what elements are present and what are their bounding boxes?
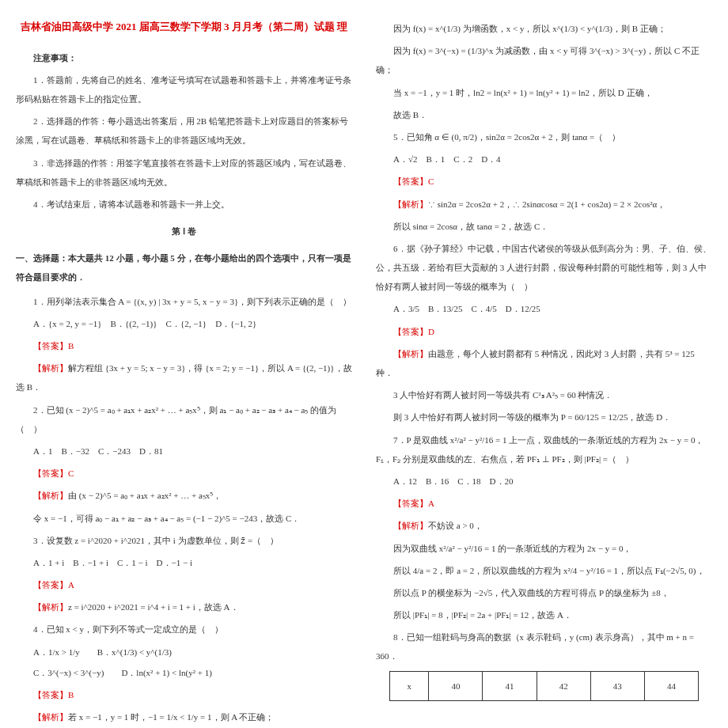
- q2-stem: 2．已知 (x − 2)^5 = a₀ + a₁x + a₂x² + … + a…: [16, 400, 352, 438]
- q6-stem: 6．据《孙子算经》中记载，中国古代诸侯的等级从低到高分为：男、子、伯、侯、公，共…: [376, 239, 712, 297]
- notice-heading: 注意事项：: [16, 48, 352, 67]
- q2-exp-text-1: 由 (x − 2)^5 = a₀ + a₁x + a₂x² + … + a₅x⁵…: [68, 491, 222, 500]
- q4-stem: 4．已知 x < y，则下列不等式一定成立的是（ ）: [16, 620, 352, 639]
- cell-40: 40: [429, 671, 483, 700]
- q8-stem: 8．已知一组鞋码与身高的数据（x 表示鞋码，y (cm) 表示身高），其中 m …: [376, 628, 712, 665]
- q4-opts-2: C．3^(−x) < 3^(−y) D．ln(x² + 1) < ln(y² +…: [16, 663, 352, 682]
- q7-explain-3: 所以 4/a = 2，即 a = 2，所以双曲线的方程为 x²/4 − y²/1…: [376, 561, 712, 580]
- q2-answer: 【答案】C: [16, 464, 352, 483]
- section-a-heading: 一、选择题：本大题共 12 小题，每小题 5 分，在每小题给出的四个选项中，只有…: [16, 248, 352, 286]
- q7-exp-text-1: 不妨设 a > 0，: [428, 521, 483, 530]
- cell-x: x: [390, 671, 429, 700]
- notice-1: 1．答题前，先将自己的姓名、准考证号填写在试题卷和答题卡上，并将准考证号条形码粘…: [16, 70, 352, 108]
- q7-opts: A．12 B．16 C．18 D．20: [376, 472, 712, 491]
- cell-42: 42: [537, 671, 590, 700]
- q3-explain: 【解析】z = i^2020 + i^2021 = i^4 + i = 1 + …: [16, 597, 352, 616]
- q3-answer: 【答案】A: [16, 575, 352, 594]
- notice-4: 4．考试结束后，请将本试题卷和答题卡一并上交。: [16, 195, 352, 214]
- q4-explain: 【解析】若 x = −1，y = 1 时，−1 = 1/x < 1/y = 1，…: [16, 707, 352, 726]
- q5-stem: 5．已知角 α ∈ (0, π/2)，sin2α = 2cos2α + 2，则 …: [376, 127, 712, 146]
- q4-cont-3: 当 x = −1，y = 1 时，ln2 = ln(x² + 1) = ln(y…: [376, 83, 712, 102]
- q5-explain-2: 所以 sinα = 2cosα，故 tanα = 2，故选 C．: [376, 217, 712, 236]
- q4-opts-1: A．1/x > 1/y B．x^(1/3) < y^(1/3): [16, 643, 352, 662]
- cell-44: 44: [644, 671, 698, 700]
- q1-explain: 【解析】解方程组 {3x + y = 5; x − y = 3}，得 {x = …: [16, 358, 352, 396]
- q5-opts: A．√2 B．1 C．2 D．4: [376, 150, 712, 169]
- q2-explain-2: 令 x = −1，可得 a₀ − a₁ + a₂ − a₃ + a₄ − a₅ …: [16, 509, 352, 528]
- q1-answer: 【答案】B: [16, 336, 352, 355]
- q4-cont-2: 因为 f(x) = 3^(−x) = (1/3)^x 为减函数，由 x < y …: [376, 41, 712, 79]
- q7-answer: 【答案】A: [376, 494, 712, 513]
- q7-stem: 7．P 是双曲线 x²/a² − y²/16 = 1 上一点，双曲线的一条渐近线…: [376, 430, 712, 468]
- q1-opts: A．{x = 2, y = −1} B．{(2, −1)} C．{2, −1} …: [16, 314, 352, 333]
- q5-answer: 【答案】C: [376, 172, 712, 191]
- q6-explain-2: 3 人中恰好有两人被封同一等级共有 C²₃ A²₅ = 60 种情况．: [376, 385, 712, 404]
- q7-explain-4: 所以点 P 的横坐标为 −2√5，代入双曲线的方程可得点 P 的纵坐标为 ±8，: [376, 583, 712, 602]
- q7-explain-1: 【解析】不妨设 a > 0，: [376, 516, 712, 535]
- q4-exp-text: 若 x = −1，y = 1 时，−1 = 1/x < 1/y = 1，则 A …: [68, 712, 274, 722]
- q6-explain-3: 则 3 人中恰好有两人被封同一等级的概率为 P = 60/125 = 12/25…: [376, 408, 712, 427]
- q1-stem: 1．用列举法表示集合 A = {(x, y) | 3x + y = 5, x −…: [16, 292, 352, 311]
- table-row: x 40 41 42 43 44: [390, 671, 699, 700]
- q7-explain-2: 因为双曲线 x²/a² − y²/16 = 1 的一条渐近线的方程为 2x − …: [376, 539, 712, 558]
- q5-explain-1: 【解析】∵ sin2α = 2cos2α + 2，∴ 2sinαcosα = 2…: [376, 195, 712, 214]
- q2-opts: A．1 B．−32 C．−243 D．81: [16, 442, 352, 461]
- q2-explain-1: 【解析】由 (x − 2)^5 = a₀ + a₁x + a₂x² + … + …: [16, 486, 352, 505]
- cell-41: 41: [483, 671, 537, 700]
- exam-title: 吉林省油田高级中学 2021 届高三数学下学期 3 月月考（第二周）试题 理: [16, 16, 352, 39]
- notice-2: 2．选择题的作答：每小题选出答案后，用 2B 铅笔把答题卡上对应题目的答案标号涂…: [16, 112, 352, 150]
- q6-answer: 【答案】D: [376, 322, 712, 341]
- q4-cont-4: 故选 B．: [376, 105, 712, 124]
- q7-explain-5: 所以 |PF₁| = 8，|PF₂| = 2a + |PF₁| = 12，故选 …: [376, 605, 712, 624]
- part1-label: 第 Ⅰ 卷: [16, 222, 352, 241]
- cell-43: 43: [590, 671, 644, 700]
- q8-table: x 40 41 42 43 44: [389, 671, 699, 701]
- q3-stem: 3．设复数 z = i^2020 + i^2021，其中 i 为虚数单位，则 z…: [16, 531, 352, 550]
- q4-cont-1: 因为 f(x) = x^(1/3) 为增函数，x < y，所以 x^(1/3) …: [376, 19, 712, 38]
- q3-opts: A．1 + i B．−1 + i C．1 − i D．−1 − i: [16, 553, 352, 572]
- q5-exp-text-1: ∵ sin2α = 2cos2α + 2，∴ 2sinαcosα = 2(1 +…: [428, 199, 665, 209]
- q3-exp-text: z = i^2020 + i^2021 = i^4 + i = 1 + i，故选…: [68, 602, 239, 612]
- q6-opts: A．3/5 B．13/25 C．4/5 D．12/25: [376, 299, 712, 318]
- notice-3: 3．非选择题的作答：用签字笔直接答在答题卡上对应的答题区域内，写在试题卷、草稿纸…: [16, 154, 352, 191]
- q6-explain-1: 【解析】由题意，每个人被封爵都有 5 种情况，因此对 3 人封爵，共有 5³ =…: [376, 344, 712, 382]
- q4-answer: 【答案】B: [16, 685, 352, 704]
